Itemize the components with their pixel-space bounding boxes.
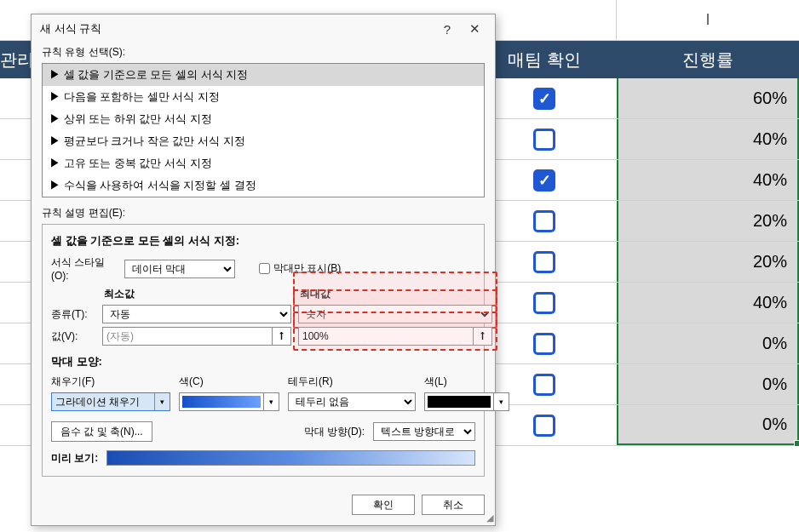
progress-cell[interactable]: 0%	[617, 364, 799, 404]
bar-appearance-label: 막대 모양:	[51, 354, 475, 369]
progress-cell[interactable]: 40%	[617, 283, 799, 323]
max-header: 최대값	[298, 287, 492, 301]
min-value-input[interactable]	[102, 327, 273, 346]
border-color-label: 색(L)	[424, 375, 509, 389]
help-button[interactable]: ?	[434, 18, 461, 40]
min-type-select[interactable]: 자동	[102, 305, 291, 323]
checkbox[interactable]	[533, 251, 555, 273]
rule-type-item[interactable]: ▶ 셀 값을 기준으로 모든 셀의 서식 지정	[43, 64, 484, 86]
value-label: 값(V):	[51, 329, 95, 344]
dialog-titlebar[interactable]: 새 서식 규칙 ? ✕	[32, 14, 495, 43]
type-label: 종류(T):	[51, 307, 95, 322]
negative-axis-button[interactable]: 음수 값 및 축(N)...	[51, 421, 152, 442]
fill-label: 채우기(F)	[51, 375, 170, 389]
close-button[interactable]: ✕	[461, 18, 488, 40]
dialog-title: 새 서식 규칙	[40, 21, 434, 37]
checkbox[interactable]	[533, 292, 555, 314]
row-header: 관리	[0, 41, 34, 78]
progress-cell[interactable]: 40%	[617, 160, 799, 200]
progress-cell[interactable]: 40%	[617, 119, 799, 159]
show-bar-only-input[interactable]	[259, 263, 270, 274]
min-header: 최소값	[102, 287, 291, 301]
checkbox[interactable]	[533, 210, 555, 232]
checkbox[interactable]	[533, 333, 555, 355]
ok-button[interactable]: 확인	[352, 495, 415, 515]
preview-bar	[106, 450, 475, 466]
fill-handle[interactable]	[794, 440, 799, 447]
chevron-down-icon: ▾	[263, 393, 279, 410]
format-basis-label: 셀 값을 기준으로 모든 셀의 서식 지정:	[51, 233, 475, 249]
progress-cell[interactable]: 20%	[617, 201, 799, 241]
rule-type-item[interactable]: ▶ 평균보다 크거나 작은 값만 서식 지정	[43, 130, 484, 152]
checkbox[interactable]	[533, 374, 555, 396]
new-format-rule-dialog: 새 서식 규칙 ? ✕ 규칙 유형 선택(S): ▶ 셀 값을 기준으로 모든 …	[31, 14, 496, 526]
column-header-i[interactable]: I	[617, 0, 799, 40]
max-value-input[interactable]	[298, 327, 474, 346]
min-ref-button[interactable]: 🠕	[273, 327, 291, 346]
header-progress: 진행률	[617, 41, 799, 78]
max-ref-button[interactable]: 🠕	[474, 327, 492, 346]
preview-label: 미리 보기:	[51, 451, 98, 466]
rule-type-item[interactable]: ▶ 고유 또는 중복 값만 서식 지정	[43, 152, 484, 174]
color-label: 색(C)	[179, 375, 279, 389]
progress-cell[interactable]: 0%	[617, 323, 799, 363]
bar-direction-select[interactable]: 텍스트 방향대로	[373, 422, 475, 441]
rule-type-list[interactable]: ▶ 셀 값을 기준으로 모든 셀의 서식 지정▶ 다음을 포함하는 셀만 서식 …	[42, 63, 485, 197]
chevron-down-icon: ▾	[154, 393, 170, 410]
checkbox[interactable]	[533, 415, 555, 437]
progress-cell[interactable]: 0%	[617, 405, 799, 445]
cancel-button[interactable]: 취소	[422, 495, 485, 515]
border-type-select[interactable]: 테두리 없음	[288, 392, 416, 411]
rule-type-item[interactable]: ▶ 상위 또는 하위 값만 서식 지정	[43, 108, 484, 130]
checkbox[interactable]	[533, 129, 555, 151]
rule-description-section: 셀 값을 기준으로 모든 셀의 서식 지정: 서식 스타일(O): 데이터 막대…	[42, 224, 485, 477]
fill-color-select[interactable]: ▾	[179, 392, 279, 411]
show-bar-only-checkbox[interactable]: 막대만 표시(B)	[259, 261, 341, 276]
format-style-label: 서식 스타일(O):	[51, 255, 119, 282]
fill-type-select[interactable]: 그라데이션 채우기 ▾	[51, 392, 170, 411]
checkbox[interactable]: ✓	[533, 169, 555, 192]
max-type-select[interactable]: 숫자	[298, 305, 492, 323]
rule-desc-label: 규칙 설명 편집(E):	[42, 206, 485, 220]
progress-cell[interactable]: 20%	[617, 242, 799, 282]
rule-type-label: 규칙 유형 선택(S):	[42, 45, 485, 60]
border-color-select[interactable]: ▾	[424, 392, 509, 411]
checkbox[interactable]: ✓	[533, 88, 555, 110]
resize-grip-icon[interactable]: ◢	[486, 512, 493, 523]
rule-type-item[interactable]: ▶ 수식을 사용하여 서식을 지정할 셀 결정	[43, 174, 484, 197]
format-style-select[interactable]: 데이터 막대	[124, 260, 235, 278]
border-label: 테두리(R)	[288, 375, 416, 389]
bar-direction-label: 막대 방향(D):	[304, 425, 365, 439]
chevron-down-icon: ▾	[493, 393, 509, 410]
progress-cell[interactable]: 60%	[617, 78, 799, 118]
rule-type-item[interactable]: ▶ 다음을 포함하는 셀만 서식 지정	[43, 86, 484, 108]
